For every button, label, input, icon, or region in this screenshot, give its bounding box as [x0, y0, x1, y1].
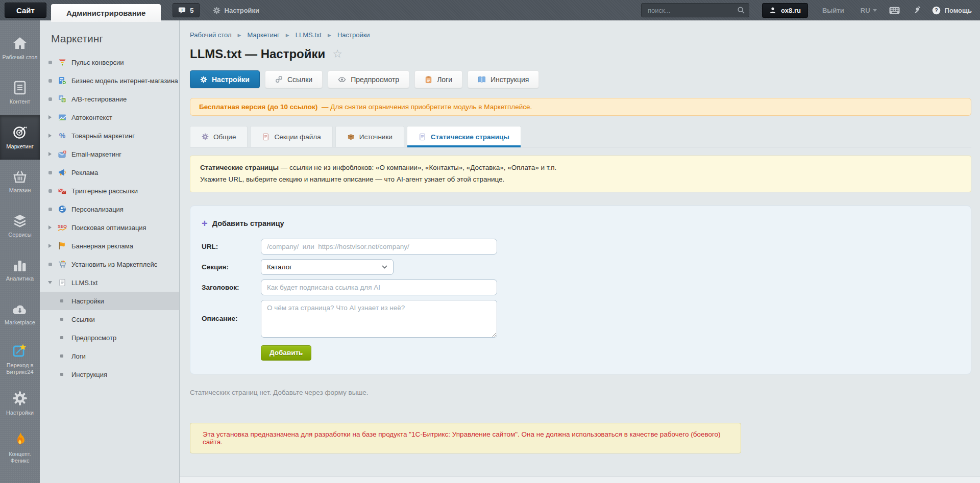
bullet-icon: [60, 336, 63, 339]
rail-item-desktop[interactable]: Рабочий стол: [0, 27, 40, 71]
title-label: Заголовок:: [202, 284, 261, 291]
menu-subitem-instruction[interactable]: Инструкция: [40, 365, 179, 384]
pin-icon[interactable]: [912, 6, 921, 15]
help-button[interactable]: ? Помощь: [932, 6, 972, 15]
tab-general[interactable]: Общие: [190, 126, 248, 147]
question-circle-icon: ?: [932, 6, 941, 15]
title-input[interactable]: [261, 279, 497, 295]
menu-item-email-marketing[interactable]: Email-маркетинг: [40, 145, 179, 163]
notifications-button[interactable]: i 5: [173, 3, 199, 17]
bullet-icon: [60, 373, 63, 376]
menu-subitem-preview[interactable]: Предпросмотр: [40, 328, 179, 347]
form-legend: + Добавить страницу: [202, 218, 959, 228]
topbar-settings-button[interactable]: Настройки: [213, 7, 260, 14]
banner-flag-icon: [58, 242, 67, 250]
gear-icon: [213, 7, 220, 14]
add-button[interactable]: Добавить: [261, 345, 311, 361]
footer-strip: [180, 476, 980, 483]
chevron-down-icon: [382, 265, 387, 269]
menu-item-advertising[interactable]: Реклама: [40, 163, 179, 182]
menu-item-install-marketplace[interactable]: Установить из Маркетплейс: [40, 255, 179, 273]
site-tab[interactable]: Сайт: [5, 3, 46, 18]
rail-item-content[interactable]: Контент: [0, 71, 40, 115]
license-banner: Бесплатная версия (до 10 ссылок) — Для с…: [190, 98, 971, 116]
rail-item-settings[interactable]: Настройки: [0, 382, 40, 426]
language-selector[interactable]: RU: [861, 7, 877, 14]
breadcrumb-separator-icon: ▶: [238, 33, 241, 38]
bullet-icon: [48, 79, 52, 83]
preview-button[interactable]: Предпросмотр: [328, 70, 409, 88]
license-banner-text: — Для снятия ограничения приобретите мод…: [322, 103, 532, 111]
dev-install-banner: Эта установка предназначена для разработ…: [190, 423, 741, 453]
logs-button[interactable]: Логи: [414, 70, 462, 88]
menu-item-product-marketing[interactable]: % Товарный маркетинг: [40, 126, 179, 145]
bullet-icon: [48, 189, 52, 193]
administration-tab[interactable]: Администрирование: [51, 4, 161, 22]
menu-item-autocontext[interactable]: Автоконтекст: [40, 108, 179, 126]
funnel-icon: [58, 58, 67, 66]
breadcrumb-item-marketing[interactable]: Маркетинг: [248, 31, 280, 39]
logout-link[interactable]: Выйти: [822, 7, 844, 14]
section-label: Секция:: [202, 263, 261, 271]
hotkeys-keyboard-icon[interactable]: [889, 7, 900, 14]
tab-file-sections[interactable]: Секции файла: [250, 126, 332, 147]
breadcrumb-item-settings[interactable]: Настройки: [337, 31, 370, 39]
page-title: LLMS.txt — Настройки: [190, 47, 325, 61]
search-box: [641, 3, 749, 17]
tab-bar: Общие Секции файла Источники Статические…: [190, 126, 971, 147]
breadcrumb-item-desktop[interactable]: Рабочий стол: [190, 31, 232, 39]
menu-item-conversion-pulse[interactable]: Пульс конверсии: [40, 53, 179, 71]
marketplace-cloud-icon: [12, 303, 28, 316]
analytics-bars-icon: [13, 259, 27, 272]
breadcrumb-item-llms[interactable]: LLMS.txt: [296, 31, 322, 39]
static-pages-icon: [419, 133, 426, 141]
chevron-down-icon: [873, 9, 877, 12]
menu-item-personalization[interactable]: % Персонализация: [40, 200, 179, 218]
notifications-count: 5: [190, 7, 193, 14]
collapse-arrow-icon: [48, 281, 52, 284]
url-label: URL:: [202, 243, 261, 250]
tab-static-pages[interactable]: Статические страницы: [407, 126, 521, 147]
tab-sources[interactable]: Источники: [335, 126, 404, 147]
favorite-star-icon[interactable]: ☆: [332, 48, 342, 60]
menu-title: Маркетинг: [51, 33, 179, 45]
section-select[interactable]: Каталог: [261, 259, 394, 275]
menu-item-business-model[interactable]: Бизнес модель интернет-магазина: [40, 71, 179, 90]
flame-icon: [13, 432, 27, 447]
bitrix24-icon: [12, 343, 28, 359]
plus-icon: +: [202, 218, 208, 228]
settings-button[interactable]: Настройки: [190, 70, 260, 88]
menu-subitem-links[interactable]: Ссылки: [40, 310, 179, 328]
user-button[interactable]: ox8.ru: [762, 3, 808, 18]
links-button[interactable]: Ссылки: [265, 70, 323, 88]
bullet-icon: [48, 97, 52, 101]
menu-item-ab-testing[interactable]: AB A/B-тестирование: [40, 90, 179, 108]
rail-item-marketplace[interactable]: Marketplace: [0, 293, 40, 337]
instruction-button[interactable]: Инструкция: [468, 70, 539, 88]
bullet-icon: [60, 354, 63, 358]
rail-item-marketing[interactable]: Маркетинг: [0, 115, 40, 160]
url-input[interactable]: [261, 239, 497, 255]
search-icon[interactable]: [737, 6, 745, 14]
breadcrumb-separator-icon: ▶: [328, 33, 331, 38]
rail-item-bitrix24[interactable]: Переход в Битрикс24: [0, 337, 40, 382]
description-textarea[interactable]: [261, 300, 497, 338]
rail-item-phoenix[interactable]: Концепт. Феникс: [0, 426, 40, 470]
menu-subitem-logs[interactable]: Логи: [40, 347, 179, 365]
menu-subitem-settings[interactable]: Настройки: [40, 292, 179, 310]
menu-item-banner-ads[interactable]: Баннерная реклама: [40, 237, 179, 255]
menu-item-llms-txt[interactable]: LLMS.txt: [40, 273, 179, 292]
services-layers-icon: [12, 214, 28, 228]
business-model-icon: [58, 77, 67, 85]
search-input[interactable]: [641, 3, 749, 17]
rail-item-shop[interactable]: Магазин: [0, 160, 40, 204]
email-icon: [58, 150, 67, 158]
box-icon: [347, 133, 355, 141]
menu-item-trigger-mailings[interactable]: Триггерные рассылки: [40, 182, 179, 200]
empty-state-text: Статических страниц нет. Добавьте через …: [190, 389, 971, 396]
rail-item-analytics[interactable]: Аналитика: [0, 248, 40, 293]
rail-item-services[interactable]: Сервисы: [0, 204, 40, 248]
file-sections-icon: [262, 133, 270, 141]
autocontext-icon: [58, 113, 67, 121]
menu-item-seo[interactable]: SEO Поисковая оптимизация: [40, 218, 179, 237]
